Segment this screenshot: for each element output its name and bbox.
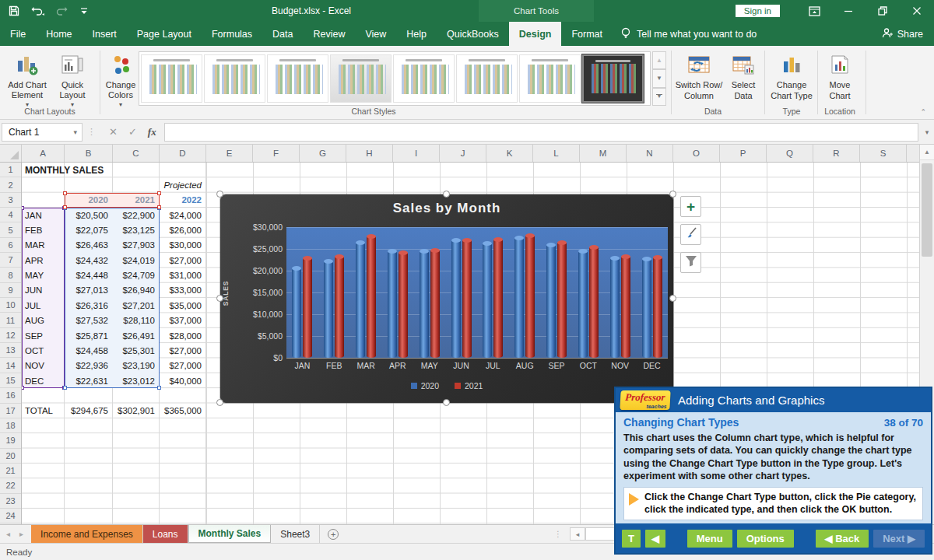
row-header-21[interactable]: 21 — [0, 464, 21, 478]
legend-item-2020[interactable]: 2020 — [411, 381, 439, 390]
chart-elements-button[interactable]: + — [680, 196, 701, 217]
bar-2020-aug[interactable] — [514, 238, 524, 358]
tab-help[interactable]: Help — [396, 22, 437, 46]
tab-design[interactable]: Design — [509, 22, 562, 46]
chart-legend[interactable]: 20202021 — [220, 381, 673, 390]
bar-2021-sep[interactable] — [557, 243, 567, 358]
gallery-scroll-up-icon[interactable]: ▲ — [652, 51, 666, 69]
bar-2021-jul[interactable] — [493, 240, 503, 358]
save-icon[interactable] — [6, 3, 22, 19]
move-chart-button[interactable]: Move Chart — [820, 51, 859, 108]
bar-2021-jun[interactable] — [462, 240, 472, 358]
sheet-nav-left-icon[interactable]: ◂ — [6, 530, 10, 538]
row-header-6[interactable]: 6 — [0, 238, 21, 253]
row-header-8[interactable]: 8 — [0, 268, 21, 282]
chart-style-thumb-4[interactable] — [330, 54, 392, 103]
quick-layout-button[interactable]: Quick Layout ▾ — [50, 51, 95, 108]
bar-2020-sep[interactable] — [546, 245, 556, 358]
column-header-g[interactable]: G — [300, 145, 346, 162]
minimize-button[interactable] — [831, 0, 866, 22]
row-header-11[interactable]: 11 — [0, 313, 21, 327]
chart-style-thumb-7[interactable] — [519, 54, 581, 103]
formula-bar-splitter[interactable]: ⋮ — [83, 127, 101, 137]
column-header-j[interactable]: J — [440, 145, 486, 162]
chart-selection-handle[interactable] — [216, 295, 223, 302]
row-header-1[interactable]: 1 — [0, 163, 21, 177]
sheet-tab-loans[interactable]: Loans — [143, 525, 188, 543]
column-header-n[interactable]: N — [627, 145, 673, 162]
bar-2021-dec[interactable] — [653, 257, 662, 358]
tab-scroll-splitter[interactable]: ⋮ — [548, 525, 570, 543]
bar-2020-apr[interactable] — [388, 251, 397, 358]
scroll-up-icon[interactable]: ▲ — [920, 145, 934, 160]
column-header-m[interactable]: M — [580, 145, 627, 162]
name-box[interactable]: Chart 1 ▾ — [2, 123, 83, 142]
row-header-7[interactable]: 7 — [0, 253, 21, 268]
column-header-o[interactable]: O — [673, 145, 720, 162]
bar-2021-mar[interactable] — [367, 236, 376, 358]
chart-selection-handle[interactable] — [216, 191, 223, 198]
column-header-p[interactable]: P — [720, 145, 767, 162]
bar-2020-dec[interactable] — [642, 259, 651, 358]
chart-style-thumb-1[interactable] — [141, 54, 202, 103]
tab-quickbooks[interactable]: QuickBooks — [437, 22, 509, 46]
chart-filters-button[interactable] — [680, 252, 701, 273]
row-header-5[interactable]: 5 — [0, 222, 21, 237]
sheet-tab-monthly-sales[interactable]: Monthly Sales — [188, 525, 272, 543]
chart-style-thumb-5[interactable] — [393, 54, 455, 103]
bar-2020-may[interactable] — [420, 251, 429, 358]
chart-style-thumb-3[interactable] — [267, 54, 328, 103]
share-button[interactable]: Share — [882, 22, 923, 46]
ribbon-display-options-icon[interactable] — [797, 0, 831, 22]
row-header-2[interactable]: 2 — [0, 177, 21, 192]
column-header-r[interactable]: R — [813, 145, 860, 162]
add-chart-element-button[interactable]: Add Chart Element ▾ — [5, 51, 50, 108]
horizontal-scrollbar[interactable] — [585, 527, 615, 541]
column-header-q[interactable]: Q — [767, 145, 813, 162]
insert-function-icon[interactable]: fx — [148, 126, 156, 138]
bar-2020-nov[interactable] — [610, 258, 620, 358]
bar-2020-feb[interactable] — [324, 261, 333, 358]
row-header-4[interactable]: 4 — [0, 208, 21, 222]
column-header-f[interactable]: F — [253, 145, 300, 162]
tell-me-box[interactable]: Tell me what you want to do — [620, 22, 757, 46]
row-header-9[interactable]: 9 — [0, 283, 21, 298]
bar-2020-mar[interactable] — [356, 243, 365, 358]
collapse-panel-button[interactable]: ◀ — [645, 530, 665, 548]
options-button[interactable]: Options — [737, 530, 794, 548]
gallery-more-icon[interactable]: ▼ — [652, 88, 666, 106]
bar-2020-jul[interactable] — [483, 243, 492, 358]
bar-2021-nov[interactable] — [621, 257, 630, 358]
gallery-scroll-down-icon[interactable]: ▼ — [652, 69, 666, 87]
undo-icon[interactable] — [30, 3, 45, 19]
restore-button[interactable] — [866, 0, 900, 22]
collapse-ribbon-icon[interactable]: ⌃ — [920, 108, 926, 116]
row-header-24[interactable]: 24 — [0, 509, 21, 523]
chart-selection-handle[interactable] — [443, 399, 450, 406]
chart-selection-handle[interactable] — [216, 399, 223, 406]
change-chart-type-button[interactable]: Change Chart Type — [767, 51, 816, 108]
change-colors-button[interactable]: Change Colors ▾ — [103, 51, 139, 108]
cancel-icon[interactable]: ✕ — [109, 126, 118, 138]
switch-row-column-button[interactable]: Switch Row/ Column — [674, 51, 724, 108]
new-sheet-button[interactable]: + — [320, 525, 346, 543]
back-button[interactable]: ◀ Back — [816, 530, 869, 548]
row-header-23[interactable]: 23 — [0, 494, 21, 509]
tab-formulas[interactable]: Formulas — [202, 22, 262, 46]
tab-review[interactable]: Review — [303, 22, 355, 46]
row-header-10[interactable]: 10 — [0, 298, 21, 313]
column-header-c[interactable]: C — [113, 145, 160, 162]
row-header-16[interactable]: 16 — [0, 388, 21, 403]
tab-format[interactable]: Format — [561, 22, 613, 46]
column-header-h[interactable]: H — [346, 145, 393, 162]
row-header-19[interactable]: 19 — [0, 433, 21, 448]
row-header-3[interactable]: 3 — [0, 193, 21, 208]
select-all-corner[interactable] — [0, 145, 22, 162]
row-header-20[interactable]: 20 — [0, 449, 21, 464]
redo-icon[interactable] — [53, 3, 68, 19]
transparency-button[interactable]: T — [622, 530, 641, 548]
chart-style-thumb-6[interactable] — [456, 54, 518, 103]
bar-2020-jun[interactable] — [451, 240, 461, 358]
column-header-a[interactable]: A — [22, 145, 65, 162]
bar-2021-jan[interactable] — [303, 258, 312, 358]
